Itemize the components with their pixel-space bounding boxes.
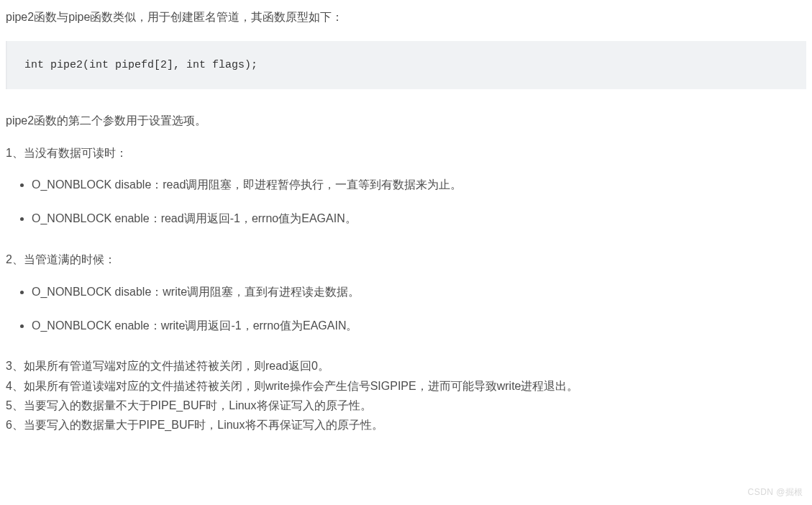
code-text: int pipe2(int pipefd[2], int flags); <box>24 59 257 71</box>
list-item: O_NONBLOCK disable：write调用阻塞，直到有进程读走数据。 <box>32 282 806 303</box>
line-5: 5、当要写入的数据量不大于PIPE_BUF时，Linux将保证写入的原子性。 <box>6 396 806 415</box>
section-1-label: 1、当没有数据可读时： <box>6 143 806 164</box>
code-block: int pipe2(int pipefd[2], int flags); <box>6 41 806 89</box>
line-6: 6、当要写入的数据量大于PIPE_BUF时，Linux将不再保证写入的原子性。 <box>6 415 806 435</box>
list-item: O_NONBLOCK enable：write调用返回-1，errno值为EAG… <box>32 316 806 337</box>
line-4: 4、如果所有管道读端对应的文件描述符被关闭，则write操作会产生信号SIGPI… <box>6 376 806 396</box>
line-3: 3、如果所有管道写端对应的文件描述符被关闭，则read返回0。 <box>6 356 806 376</box>
param-description: pipe2函数的第二个参数用于设置选项。 <box>6 111 806 132</box>
list-item: O_NONBLOCK disable：read调用阻塞，即进程暂停执行，一直等到… <box>32 175 806 196</box>
intro-paragraph: pipe2函数与pipe函数类似，用于创建匿名管道，其函数原型如下： <box>6 7 806 28</box>
section-1-list: O_NONBLOCK disable：read调用阻塞，即进程暂停执行，一直等到… <box>32 175 806 229</box>
section-2-label: 2、当管道满的时候： <box>6 250 806 270</box>
section-2-list: O_NONBLOCK disable：write调用阻塞，直到有进程读走数据。 … <box>32 282 806 337</box>
numbered-lines: 3、如果所有管道写端对应的文件描述符被关闭，则read返回0。 4、如果所有管道… <box>6 356 806 435</box>
list-item: O_NONBLOCK enable：read调用返回-1，errno值为EAGA… <box>32 209 806 229</box>
